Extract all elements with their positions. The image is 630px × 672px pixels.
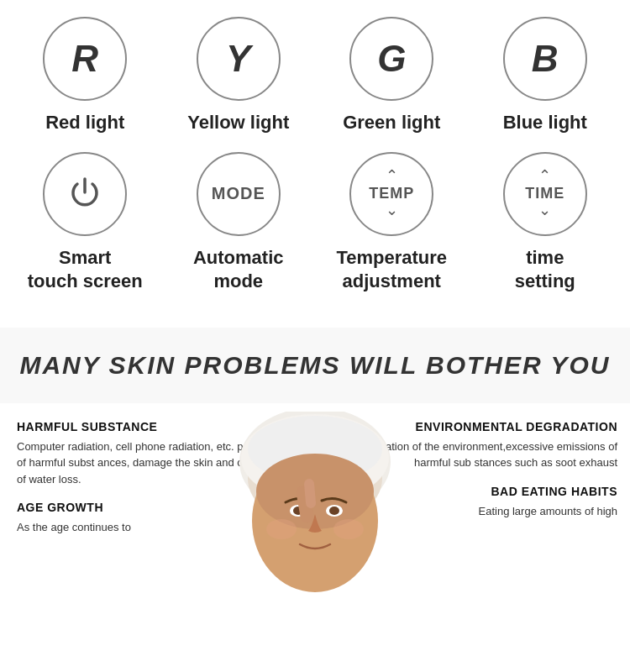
time-label-text: TIME xyxy=(525,185,564,202)
icons-section: R Red light Y Yellow light G Green light… xyxy=(0,0,630,311)
label-green: Green light xyxy=(343,111,440,135)
env-degradation-heading: ENVIRONMENTAL DEGRADATION xyxy=(328,420,617,433)
letter-y: Y xyxy=(226,38,250,80)
age-growth-heading: AGE GROWTH xyxy=(17,501,302,514)
bad-eating-text: Eating large amounts of high xyxy=(328,503,617,520)
label-smart-line1: Smart xyxy=(59,246,111,270)
temp-icon-group: ⌃ TEMP ⌄ xyxy=(369,168,414,219)
label-temp-line1: Temperature xyxy=(336,246,447,270)
banner-section: MANY SKIN PROBLEMS WILL BOTHER YOU xyxy=(0,328,630,403)
icon-item-smart: Smart touch screen xyxy=(13,152,156,294)
icon-item-temp: ⌃ TEMP ⌄ Temperature adjustment xyxy=(320,152,463,294)
banner-title: MANY SKIN PROBLEMS WILL BOTHER YOU xyxy=(17,351,613,380)
letter-r: R xyxy=(71,38,98,80)
temp-arrow-up: ⌃ xyxy=(386,168,398,185)
icon-item-yellow: Y Yellow light xyxy=(167,17,310,135)
circle-power xyxy=(43,152,127,236)
label-auto-line1: Automatic xyxy=(193,246,284,270)
temp-label-text: TEMP xyxy=(369,185,414,202)
icon-item-mode: MODE Automatic mode xyxy=(167,152,310,294)
icon-item-time: ⌃ TIME ⌄ time setting xyxy=(474,152,617,294)
label-smart-line2: touch screen xyxy=(28,270,143,294)
time-icon-group: ⌃ TIME ⌄ xyxy=(525,168,564,219)
age-growth-text: As the age continues to xyxy=(17,519,302,536)
power-icon xyxy=(65,174,105,214)
temp-arrow-down: ⌄ xyxy=(386,202,398,219)
label-blue: Blue light xyxy=(503,111,587,135)
icon-item-blue: B Blue light xyxy=(474,17,617,135)
label-time-line1: time xyxy=(526,246,564,270)
label-yellow: Yellow light xyxy=(187,111,289,135)
circle-temp: ⌃ TEMP ⌄ xyxy=(349,152,433,236)
label-time-line2: setting xyxy=(515,270,575,294)
left-skin-content: HARMFUL SUBSTANCE Computer radiation, ce… xyxy=(0,420,315,549)
bottom-grid: HARMFUL SUBSTANCE Computer radiation, ce… xyxy=(0,420,630,549)
circle-r: R xyxy=(43,17,127,101)
env-degradation-text: Deterioration of the environment,excessi… xyxy=(328,438,617,471)
letter-icons-row: R Red light Y Yellow light G Green light… xyxy=(8,17,622,135)
bad-eating-heading: BAD EATING HABITS xyxy=(328,485,617,498)
letter-g: G xyxy=(377,38,406,80)
circle-time: ⌃ TIME ⌄ xyxy=(503,152,587,236)
circle-y: Y xyxy=(197,17,281,101)
time-arrow-down: ⌄ xyxy=(538,202,551,219)
harmful-substance-text: Computer radiation, cell phone radiation… xyxy=(17,438,302,488)
icon-item-green: G Green light xyxy=(320,17,463,135)
label-auto-line2: mode xyxy=(213,270,263,294)
icon-item-red: R Red light xyxy=(13,17,156,135)
skin-problems-section: HARMFUL SUBSTANCE Computer radiation, ce… xyxy=(0,403,630,605)
letter-b: B xyxy=(532,38,559,80)
harmful-substance-heading: HARMFUL SUBSTANCE xyxy=(17,420,302,433)
circle-mode: MODE xyxy=(197,152,281,236)
mode-text-icon: MODE xyxy=(212,184,265,203)
label-temp-line2: adjustment xyxy=(343,270,441,294)
time-arrow-up: ⌃ xyxy=(538,168,551,185)
label-red: Red light xyxy=(45,111,124,135)
function-icons-row: Smart touch screen MODE Automatic mode ⌃… xyxy=(8,152,622,294)
circle-g: G xyxy=(349,17,433,101)
circle-b: B xyxy=(503,17,587,101)
right-skin-content: ENVIRONMENTAL DEGRADATION Deterioration … xyxy=(315,420,630,549)
